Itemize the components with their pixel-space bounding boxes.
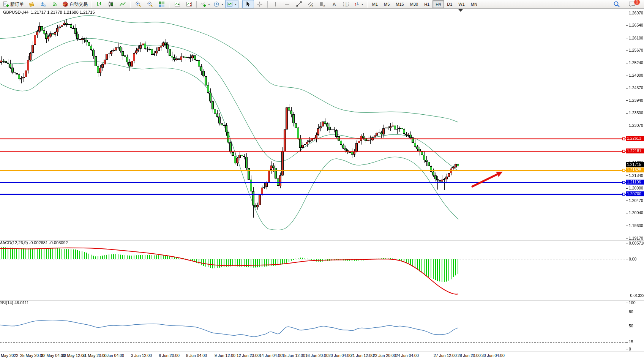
chevron-down-icon[interactable]: ▼ [361,3,364,6]
button-label: 新订单 [10,1,24,8]
cross-icon [257,1,263,7]
signal-icon [52,1,58,7]
macd-scale-label: 0.00 [629,257,636,261]
text-label-button[interactable]: T [340,0,352,8]
bars-icon [96,1,102,7]
textT-icon: T [343,1,349,7]
templates-button[interactable]: ▼ [225,0,238,8]
equidistant-channel-button[interactable]: E [305,0,317,8]
price-tag: 1.22181 [626,148,644,153]
trend-icon [296,1,302,7]
line-chart-mode-button[interactable] [117,0,128,8]
toolbar-right-group: 1 [611,0,642,8]
price-tag: 1.20700 [626,191,644,196]
timeframe-H1[interactable]: H1 [421,0,432,8]
timeframe-H4[interactable]: H4 [432,0,444,8]
chart-canvas[interactable] [0,0,644,360]
crosshair-button[interactable] [254,0,266,8]
price-tick-label: 1.20040 [629,210,643,215]
time-axis[interactable]: May 202225 May 20:0027 May 04:0030 May 1… [0,352,644,360]
auto-scroll-button[interactable] [171,0,183,8]
time-axis-label: 20 Jun 04:00 [328,353,352,358]
button-label: M5 [384,2,390,6]
timeframe-MN[interactable]: MN [468,0,480,8]
price-tick-label: 1.19170 [629,236,643,240]
toolbar: 新订单自动交易▼▼▼EFAT▼M1M5M15M30H1H4D1W1MN1 [0,0,644,9]
price-tag: 1.21525 [626,167,644,172]
data-window-button[interactable] [37,0,49,8]
time-axis-label: 8 Jun 04:00 [186,353,207,358]
price-tag: 1.21715 [626,162,644,167]
button-label: M1 [372,2,378,6]
chevron-down-icon[interactable]: ▼ [208,3,210,6]
price-tick-label: 1.26100 [629,36,643,40]
indicators-icon [200,1,206,7]
price-axis[interactable]: 1.269701.265401.261001.256701.252401.248… [626,8,644,352]
button-label: M15 [396,2,404,6]
chart-title: GBPUSD-,H4 1.21717 1.21778 1.21688 1.217… [3,10,95,14]
candles-icon [108,1,114,7]
indicators-button[interactable]: ▼ [199,0,212,8]
arrows-button[interactable]: ▼ [352,0,365,8]
bar-chart-mode-button[interactable] [93,0,105,8]
timeframe-D1[interactable]: D1 [444,0,455,8]
zoom-out-icon [147,1,153,7]
tile-windows-button[interactable] [156,0,167,8]
time-axis-label: 6 Jun 20:00 [159,353,180,358]
time-axis-label: 3 Jun 12:00 [131,353,152,358]
timeframe-W1[interactable]: W1 [455,0,468,8]
cursor-button[interactable] [242,0,254,8]
timeframe-M15[interactable]: M15 [393,0,407,8]
toolbar-separator [367,1,368,8]
timeframe-M1[interactable]: M1 [369,0,381,8]
chart-shift-button[interactable] [183,0,195,8]
hline-icon [284,1,290,7]
button-label: D1 [447,2,452,6]
template-icon [227,1,233,7]
toolbar-separator [91,1,92,8]
new-order-button[interactable]: 新订单 [2,0,25,8]
fibonacci-button[interactable]: F [317,0,328,8]
price-tick-label: 1.25240 [629,60,643,65]
rsi-scale-label: 80 [629,309,633,314]
candlestick-mode-button[interactable] [105,0,117,8]
rsi-scale-label: 50 [629,324,633,328]
mt4-window: 新订单自动交易▼▼▼EFAT▼M1M5M15M30H1H4D1W1MN1 GBP… [0,0,644,360]
time-axis-label: 22 Jun 20:00 [373,353,396,358]
clock-icon [213,1,219,7]
timeframe-M5[interactable]: M5 [381,0,393,8]
cursor-icon [245,1,251,7]
chevron-down-icon[interactable]: ▼ [221,3,224,6]
chat-button[interactable]: 1 [626,0,638,8]
button-label: M30 [410,2,418,6]
macd-label: MACD(12,26,9) -0.002681 -0.003092 [0,240,68,245]
auto-trading-button[interactable]: 自动交易 [61,0,89,8]
price-tag: 1.22613 [626,136,644,141]
channel-icon: E [308,1,314,7]
horizontal-line-button[interactable] [281,0,293,8]
vertical-line-button[interactable] [270,0,281,8]
signals-button[interactable] [49,0,61,8]
price-tick-label: 1.19600 [629,223,643,228]
fibo-icon: F [319,1,325,7]
rsi-scale-label: 0 [629,347,631,351]
time-axis-label: 15 Jun 12:00 [282,353,305,358]
chevron-down-icon[interactable]: ▼ [234,3,237,6]
price-tick-label: 1.26970 [629,11,643,15]
timeframe-M30[interactable]: M30 [407,0,421,8]
trendline-button[interactable] [293,0,305,8]
text-button[interactable]: A [328,0,340,8]
zoom-in-button[interactable] [132,0,144,8]
time-axis-label: 12 Jun 23:00 [237,353,260,358]
periods-button[interactable]: ▼ [212,0,225,8]
publish-button[interactable] [25,0,37,8]
time-axis-label: 24 Jun 04:00 [396,353,419,358]
time-axis-label: 14 Jun 04:00 [259,353,283,358]
zoom-out-button[interactable] [144,0,156,8]
price-tick-label: 1.23500 [629,111,643,115]
gold-icon [28,1,35,7]
search-button[interactable] [611,0,622,8]
svg-text:F: F [324,5,325,8]
cloud-icon [40,1,46,7]
shift-icon [186,1,192,7]
